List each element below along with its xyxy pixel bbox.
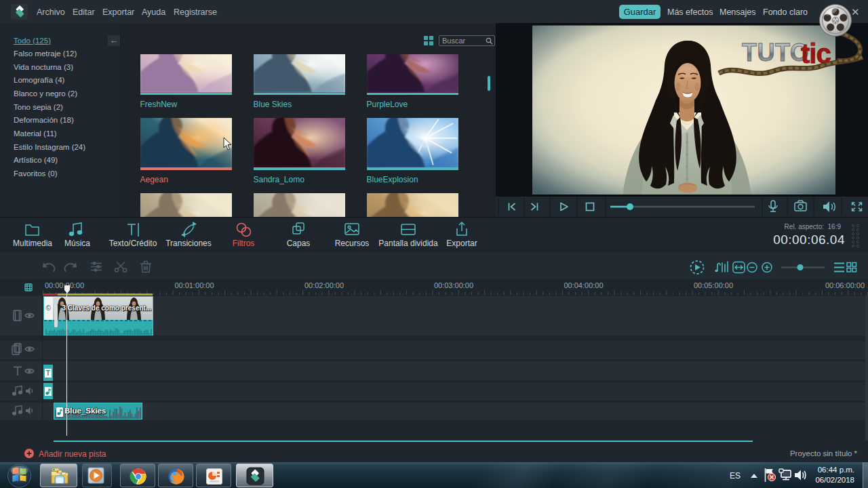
svg-text:TUTO: TUTO <box>742 39 809 66</box>
svg-text:00:04:00:00: 00:04:00:00 <box>564 281 603 289</box>
svg-text:00:02:00:00: 00:02:00:00 <box>304 281 344 289</box>
svg-text:00:06:00:00: 00:06:00:00 <box>825 281 865 289</box>
svg-text:00:03:00:00: 00:03:00:00 <box>434 281 473 289</box>
svg-text:00:01:00:00: 00:01:00:00 <box>174 281 214 289</box>
svg-text:00:05:00:00: 00:05:00:00 <box>694 281 733 289</box>
